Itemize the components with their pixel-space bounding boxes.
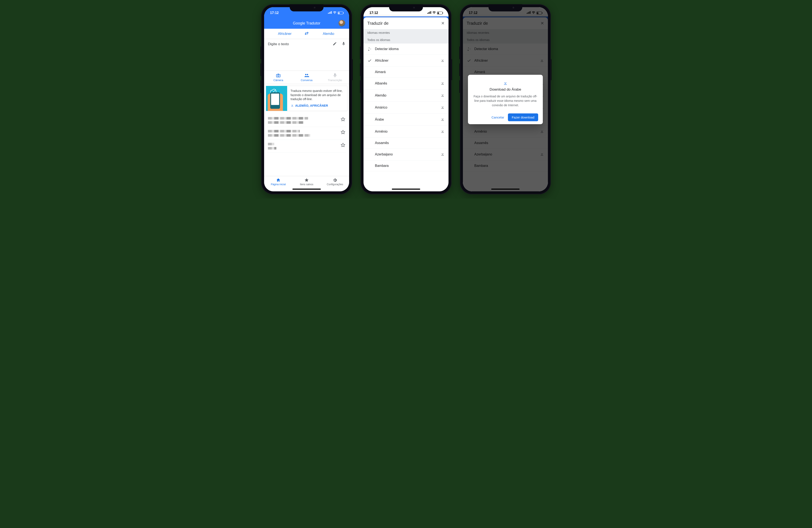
- home-indicator[interactable]: [491, 188, 520, 190]
- history-item[interactable]: [267, 127, 346, 140]
- signal-icon: [328, 11, 332, 15]
- download-icon[interactable]: [440, 58, 445, 63]
- download-icon[interactable]: [440, 105, 445, 110]
- language-row[interactable]: Azerbaijano: [363, 149, 449, 161]
- language-name: Armênio: [375, 130, 437, 134]
- language-name: Amárico: [375, 106, 437, 109]
- source-language[interactable]: Africâner: [266, 32, 303, 36]
- auto-detect-icon: [367, 47, 372, 51]
- phone-2: 17:12 27 Traduzir de ✕ Idiomas recentes …: [361, 4, 451, 194]
- sheet-title: Traduzir de: [367, 21, 389, 26]
- status-time: 17:12: [369, 11, 378, 15]
- language-name: Albanês: [375, 81, 437, 85]
- input-placeholder: Digite o texto: [268, 42, 289, 46]
- download-icon: [473, 81, 538, 86]
- language-row[interactable]: Armênio: [363, 126, 449, 138]
- language-row[interactable]: Assamês: [363, 138, 449, 149]
- battery-icon: 27: [338, 12, 343, 14]
- svg-rect-2: [330, 12, 331, 14]
- download-dialog: Download do Árabe Faça o download de um …: [468, 75, 543, 124]
- tab-home[interactable]: Página inicial: [264, 178, 292, 186]
- phone-3: 17:12 27 Traduzir de ✕ Idiomas recentes …: [460, 4, 551, 194]
- language-name: Alemão: [375, 93, 437, 97]
- download-icon[interactable]: [440, 81, 445, 86]
- microphone-icon[interactable]: [342, 42, 346, 47]
- language-row[interactable]: Albanês: [363, 77, 449, 90]
- language-name: Aimará: [375, 70, 445, 74]
- star-icon[interactable]: [340, 117, 345, 122]
- dialog-body: Faça o download de um arquivo de traduçã…: [473, 94, 538, 107]
- home-indicator[interactable]: [292, 188, 321, 190]
- notch: [489, 4, 522, 11]
- download-icon[interactable]: [440, 93, 445, 98]
- confirm-download-button[interactable]: Fazer download: [508, 114, 538, 121]
- language-row[interactable]: Alemão: [363, 90, 449, 102]
- svg-point-5: [278, 75, 279, 76]
- promo-illustration: [266, 86, 287, 111]
- language-row[interactable]: Aimará: [363, 67, 449, 77]
- signal-icon: [427, 11, 431, 15]
- status-icons: 27: [328, 11, 343, 15]
- download-icon: [291, 104, 294, 108]
- svg-rect-1: [329, 12, 330, 14]
- language-name: Árabe: [375, 118, 437, 121]
- section-all: Todos os idiomas: [363, 36, 449, 44]
- screen-language-picker: 17:12 27 Traduzir de ✕ Idiomas recentes …: [363, 7, 449, 191]
- wifi-icon: [333, 11, 337, 15]
- status-icons: 27: [427, 11, 443, 15]
- mode-row: Câmera Conversa Transcrição: [264, 71, 349, 84]
- history-item[interactable]: [267, 140, 346, 153]
- sheet-header: Traduzir de ✕: [363, 17, 449, 29]
- cancel-button[interactable]: Cancelar: [491, 116, 504, 119]
- wifi-icon: [432, 11, 436, 15]
- app-title: Google Tradutor: [293, 21, 320, 26]
- text-input-area[interactable]: Digite o texto: [264, 39, 349, 71]
- download-icon[interactable]: [440, 117, 445, 122]
- language-name: Assamês: [375, 141, 445, 145]
- svg-point-6: [305, 74, 306, 75]
- language-row[interactable]: Árabe: [363, 114, 449, 126]
- language-bar: Africâner Alemão: [264, 29, 349, 39]
- offline-promo-card[interactable]: Traduza mesmo quando estiver off-line, f…: [266, 86, 347, 111]
- battery-icon: 27: [437, 12, 443, 14]
- check-icon: [367, 59, 372, 63]
- language-sheet: Traduzir de ✕ Idiomas recentes Todos os …: [363, 17, 449, 191]
- screen-home: 17:12 27 Google Tradutor Africâner Alemã…: [264, 7, 349, 191]
- notch: [389, 4, 423, 11]
- svg-rect-4: [276, 74, 280, 77]
- promo-download-link[interactable]: ALEMÃO, AFRICÂNER: [291, 104, 344, 108]
- tab-saved[interactable]: Itens salvos: [292, 178, 321, 186]
- notch: [290, 4, 323, 11]
- close-icon[interactable]: ✕: [441, 21, 445, 26]
- svg-rect-9: [429, 12, 429, 14]
- language-row[interactable]: Bambara: [363, 161, 449, 171]
- star-icon[interactable]: [340, 130, 345, 135]
- download-icon[interactable]: [440, 152, 445, 157]
- tab-settings[interactable]: Configurações: [321, 178, 349, 186]
- history-item[interactable]: [267, 114, 346, 127]
- mode-camera[interactable]: Câmera: [264, 71, 292, 84]
- handwriting-icon[interactable]: [333, 42, 337, 47]
- status-time: 17:12: [270, 11, 279, 15]
- svg-rect-8: [427, 13, 428, 14]
- target-language[interactable]: Alemão: [310, 32, 347, 36]
- svg-rect-11: [431, 11, 431, 14]
- language-name: Azerbaijano: [375, 152, 437, 156]
- mode-transcription[interactable]: Transcrição: [321, 71, 349, 84]
- svg-rect-0: [328, 13, 329, 14]
- screen-download-dialog: 17:12 27 Traduzir de ✕ Idiomas recentes …: [463, 7, 548, 191]
- svg-point-7: [307, 74, 308, 75]
- star-icon[interactable]: [340, 143, 345, 148]
- language-row[interactable]: Amárico: [363, 102, 449, 114]
- download-icon[interactable]: [440, 129, 445, 134]
- home-indicator[interactable]: [392, 188, 420, 190]
- app-header: Google Tradutor: [264, 18, 349, 29]
- swap-languages-icon[interactable]: [303, 32, 310, 36]
- language-row[interactable]: Africâner: [363, 55, 449, 67]
- mode-conversation[interactable]: Conversa: [292, 71, 321, 84]
- account-avatar[interactable]: [338, 20, 345, 27]
- language-name: Bambara: [375, 164, 445, 168]
- section-recent: Idiomas recentes: [363, 29, 449, 36]
- detect-language-row[interactable]: Detectar idioma: [363, 44, 449, 55]
- dialog-title: Download do Árabe: [473, 88, 538, 92]
